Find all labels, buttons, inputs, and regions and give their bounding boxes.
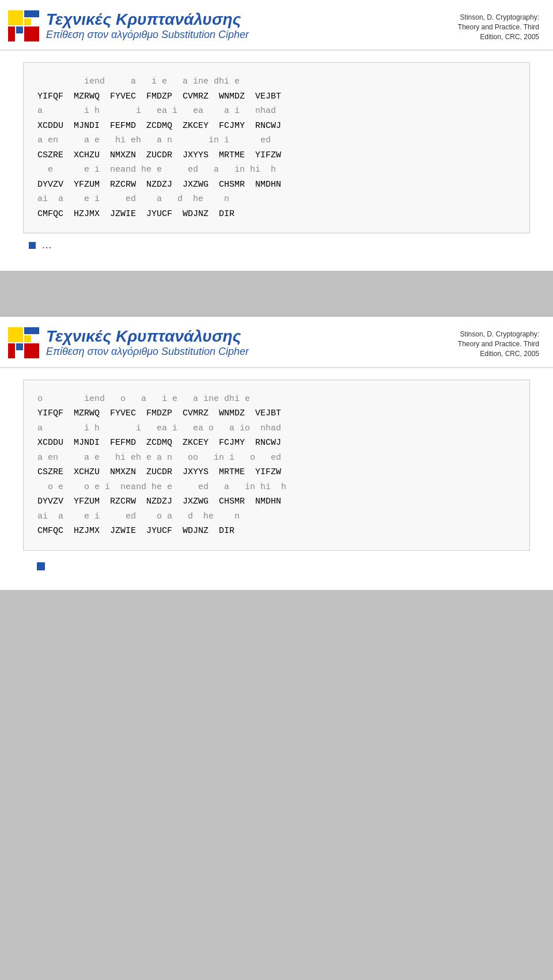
- logo-icon-2: [8, 327, 39, 358]
- title-block-1: Τεχνικές Κρυπτανάλυσης Επίθεση στον αλγό…: [46, 10, 249, 41]
- cipher-row-2-3: DYVZV YFZUM RZCRW NZDZJ JXZWG CHSMR NMDH…: [37, 494, 516, 509]
- svg-rect-11: [24, 343, 39, 358]
- cipher-row-2-2: CSZRE XCHZU NMXZN ZUCDR JXYYS MRTME YIFZ…: [37, 465, 516, 480]
- plain-row-1-0: iend a i e a ine dhi e: [37, 74, 516, 89]
- svg-rect-0: [8, 10, 23, 25]
- plain-row-2-3: o e o e i neand he e ed a in hi h: [37, 480, 516, 495]
- plain-row-1-2: a en a e hi eh a n in i ed: [37, 133, 516, 148]
- slide2-content: o iend o a i e a ine dhi e YIFQF MZRWQ F…: [0, 368, 553, 590]
- slide2-bottom-marker: [23, 551, 530, 573]
- svg-rect-3: [16, 27, 23, 33]
- header-left-1: Τεχνικές Κρυπτανάλυσης Επίθεση στον αλγό…: [8, 10, 249, 41]
- slide1-reference: Stinson, D. Cryptography: Theory and Pra…: [458, 10, 539, 41]
- slide1-title-sub: Επίθεση στον αλγόριθμο Substitution Ciph…: [46, 29, 249, 41]
- svg-rect-10: [24, 335, 31, 342]
- logo-icon-1: [8, 10, 39, 41]
- slide-1: Τεχνικές Κρυπτανάλυσης Επίθεση στον αλγό…: [0, 0, 553, 271]
- slide1-header: Τεχνικές Κρυπτανάλυσης Επίθεση στον αλγό…: [0, 0, 553, 51]
- cipher-row-1-3: DYVZV YFZUM RZCRW NZDZJ JXZWG CHSMR NMDH…: [37, 177, 516, 192]
- blue-square-icon-2: [37, 562, 45, 570]
- cipher-row-2-1: XCDDU MJNDI FEFMD ZCDMQ ZKCEY FCJMY RNCW…: [37, 436, 516, 451]
- cipher-row-1-1: XCDDU MJNDI FEFMD ZCDMQ ZKCEY FCJMY RNCW…: [37, 119, 516, 134]
- slide1-ellipsis: …: [41, 239, 52, 251]
- cipher-row-2-0: YIFQF MZRWQ FYVEC FMDZP CVMRZ WNMDZ VEJB…: [37, 406, 516, 421]
- title-block-2: Τεχνικές Κρυπτανάλυσης Επίθεση στον αλγό…: [46, 327, 249, 358]
- blue-square-icon-1: [29, 242, 36, 249]
- plain-row-2-0: o iend o a i e a ine dhi e: [37, 392, 516, 407]
- slide1-cipher-block: iend a i e a ine dhi e YIFQF MZRWQ FYVEC…: [23, 62, 530, 233]
- slide2-title-sub: Επίθεση στον αλγόριθμο Substitution Ciph…: [46, 346, 249, 358]
- plain-row-2-1: a i h i ea i ea o a io nhad: [37, 421, 516, 436]
- cipher-row-1-2: CSZRE XCHZU NMXZN ZUCDR JXYYS MRTME YIFZ…: [37, 148, 516, 163]
- slide2-reference: Stinson, D. Cryptography: Theory and Pra…: [458, 327, 539, 358]
- svg-rect-4: [24, 18, 31, 25]
- slide-2: Τεχνικές Κρυπτανάλυσης Επίθεση στον αλγό…: [0, 317, 553, 589]
- plain-row-1-3: e e i neand he e ed a in hi h: [37, 162, 516, 177]
- slide2-title-main: Τεχνικές Κρυπτανάλυσης: [46, 327, 249, 346]
- svg-rect-9: [16, 343, 23, 350]
- plain-row-2-4: ai a e i ed o a d he n: [37, 509, 516, 524]
- svg-rect-7: [24, 327, 39, 334]
- svg-rect-6: [8, 327, 23, 342]
- svg-rect-1: [24, 10, 39, 17]
- header-left-2: Τεχνικές Κρυπτανάλυσης Επίθεση στον αλγό…: [8, 327, 249, 358]
- cipher-row-1-0: YIFQF MZRWQ FYVEC FMDZP CVMRZ WNMDZ VEJB…: [37, 89, 516, 104]
- svg-rect-8: [8, 343, 15, 358]
- cipher-row-1-4: CMFQC HZJMX JZWIE JYUCF WDJNZ DIR: [37, 207, 516, 222]
- slide2-cipher-block: o iend o a i e a ine dhi e YIFQF MZRWQ F…: [23, 380, 530, 551]
- plain-row-2-2: a en a e hi eh e a n oo in i o ed: [37, 451, 516, 466]
- spacer: [0, 282, 553, 317]
- cipher-row-2-4: CMFQC HZJMX JZWIE JYUCF WDJNZ DIR: [37, 524, 516, 539]
- svg-rect-5: [24, 27, 39, 41]
- slide1-content: iend a i e a ine dhi e YIFQF MZRWQ FYVEC…: [0, 51, 553, 271]
- slide1-title-main: Τεχνικές Κρυπτανάλυσης: [46, 10, 249, 29]
- slide1-ellipsis-row: …: [23, 233, 530, 253]
- plain-row-1-4: ai a e i ed a d he n: [37, 192, 516, 207]
- slide2-header: Τεχνικές Κρυπτανάλυσης Επίθεση στον αλγό…: [0, 317, 553, 368]
- svg-rect-2: [8, 27, 15, 41]
- plain-row-1-1: a i h i ea i ea a i nhad: [37, 104, 516, 119]
